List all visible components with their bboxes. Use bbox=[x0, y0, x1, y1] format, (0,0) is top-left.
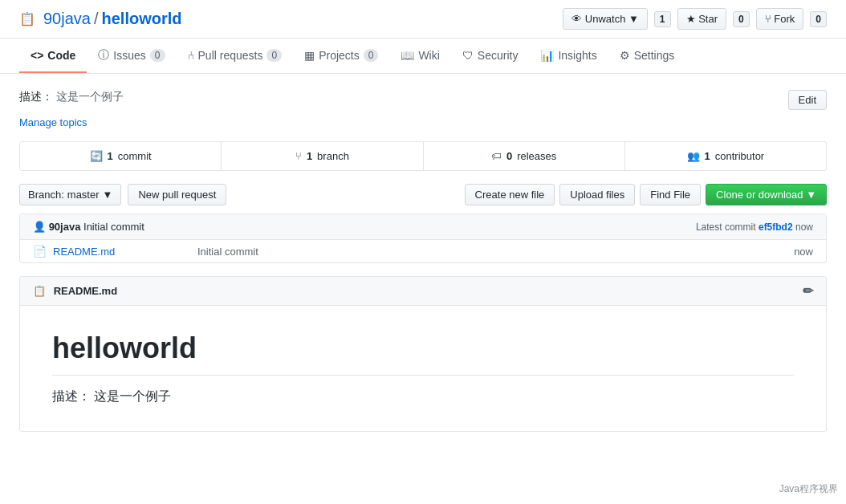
fork-button[interactable]: ⑂ Fork bbox=[756, 8, 804, 30]
readme-desc-label: 描述： bbox=[52, 389, 91, 403]
settings-tab-label: Settings bbox=[634, 49, 675, 62]
insights-tab-icon: 📊 bbox=[540, 49, 554, 62]
commits-count: 1 bbox=[108, 150, 113, 162]
readme-header-title: 📋 README.md bbox=[33, 285, 117, 297]
tab-settings[interactable]: ⚙ Settings bbox=[608, 39, 686, 73]
issues-tab-icon: ⓘ bbox=[98, 48, 109, 63]
header-actions: 👁 Unwatch ▼ 1 ★ Star 0 ⑂ Fork 0 bbox=[563, 8, 827, 30]
tab-security[interactable]: 🛡 Security bbox=[451, 39, 530, 73]
security-tab-label: Security bbox=[478, 49, 519, 62]
settings-tab-icon: ⚙ bbox=[620, 49, 630, 62]
readme-desc-text: 这是一个例子 bbox=[94, 389, 171, 403]
projects-tab-icon: ▦ bbox=[304, 49, 315, 62]
toolbar-right: Create new file Upload files Find File C… bbox=[465, 184, 827, 205]
table-row: 📄 README.md Initial commit now bbox=[20, 240, 826, 262]
releases-icon: 🏷 bbox=[491, 150, 502, 162]
unwatch-button[interactable]: 👁 Unwatch ▼ bbox=[563, 8, 648, 30]
tab-wiki[interactable]: 📖 Wiki bbox=[389, 39, 450, 73]
file-table: 👤 90java Initial commit Latest commit ef… bbox=[19, 213, 827, 263]
commit-header: 👤 90java Initial commit Latest commit ef… bbox=[20, 214, 826, 240]
file-time: now bbox=[765, 246, 813, 258]
insights-tab-label: Insights bbox=[558, 49, 596, 62]
readme-description: 描述： 这是一个例子 bbox=[52, 388, 794, 405]
nav-tabs: <> Code ⓘ Issues 0 ⑃ Pull requests 0 ▦ P… bbox=[0, 39, 846, 74]
unwatch-count: 1 bbox=[654, 11, 671, 27]
wiki-tab-icon: 📖 bbox=[401, 49, 414, 62]
upload-files-button[interactable]: Upload files bbox=[559, 184, 635, 205]
file-commit-msg: Initial commit bbox=[197, 246, 765, 258]
issues-badge: 0 bbox=[150, 49, 165, 62]
new-pull-request-button[interactable]: New pull request bbox=[128, 184, 226, 205]
repo-title: 📋 90java / helloworld bbox=[19, 10, 182, 28]
issues-tab-label: Issues bbox=[113, 49, 145, 62]
toolbar: Branch: master ▼ New pull request Create… bbox=[19, 184, 827, 205]
branch-name: master bbox=[67, 189, 100, 201]
star-button[interactable]: ★ Star bbox=[677, 8, 726, 30]
branches-icon: ⑂ bbox=[295, 150, 302, 162]
star-count: 0 bbox=[733, 11, 750, 27]
commits-icon: 🔄 bbox=[90, 150, 103, 162]
projects-badge: 0 bbox=[364, 49, 379, 62]
latest-commit-label: Latest commit bbox=[696, 222, 756, 233]
tab-projects[interactable]: ▦ Projects 0 bbox=[293, 39, 389, 73]
contributors-label: contributor bbox=[715, 150, 764, 162]
commit-time: now bbox=[795, 222, 813, 233]
edit-readme-button[interactable]: ✏ bbox=[803, 283, 813, 299]
repo-icon: 📋 bbox=[19, 11, 35, 26]
readme-header-icon: 📋 bbox=[33, 285, 46, 297]
tab-pull-requests[interactable]: ⑃ Pull requests 0 bbox=[177, 39, 294, 73]
commit-info: 👤 90java Initial commit bbox=[33, 221, 144, 233]
wiki-tab-label: Wiki bbox=[418, 49, 439, 62]
clone-or-download-button[interactable]: Clone or download ▼ bbox=[706, 184, 827, 205]
commits-label: commit bbox=[118, 150, 152, 162]
commit-hash[interactable]: ef5fbd2 bbox=[759, 222, 793, 233]
readme-content: helloworld 描述： 这是一个例子 bbox=[20, 306, 826, 431]
main-content: 描述： 这是一个例子 Edit Manage topics 🔄 1 commit… bbox=[0, 74, 846, 448]
contributors-stat[interactable]: 👥 1 contributor bbox=[625, 142, 826, 170]
manage-topics-link[interactable]: Manage topics bbox=[19, 116, 827, 128]
repo-name-link[interactable]: helloworld bbox=[102, 10, 182, 28]
branch-label: Branch: bbox=[28, 189, 64, 201]
file-icon: 📄 bbox=[33, 245, 47, 258]
projects-tab-label: Projects bbox=[319, 49, 360, 62]
releases-stat[interactable]: 🏷 0 releases bbox=[424, 142, 625, 170]
readme-filename: README.md bbox=[54, 285, 117, 297]
repo-owner-link[interactable]: 90java bbox=[43, 10, 91, 28]
pr-badge: 0 bbox=[266, 49, 282, 62]
commits-stat[interactable]: 🔄 1 commit bbox=[20, 142, 222, 170]
top-header: 📋 90java / helloworld 👁 Unwatch ▼ 1 ★ St… bbox=[0, 0, 846, 39]
commit-message: Initial commit bbox=[83, 221, 144, 233]
commit-author[interactable]: 90java bbox=[49, 221, 81, 233]
chevron-down-icon: ▼ bbox=[103, 189, 113, 201]
releases-label: releases bbox=[517, 150, 556, 162]
commit-avatar-icon: 👤 bbox=[33, 221, 46, 233]
create-new-file-button[interactable]: Create new file bbox=[465, 184, 555, 205]
releases-count: 0 bbox=[506, 150, 512, 162]
security-tab-icon: 🛡 bbox=[462, 49, 474, 62]
tab-insights[interactable]: 📊 Insights bbox=[529, 39, 608, 73]
title-separator: / bbox=[94, 10, 99, 28]
stats-bar: 🔄 1 commit ⑂ 1 branch 🏷 0 releases 👥 1 c… bbox=[19, 141, 827, 171]
branches-stat[interactable]: ⑂ 1 branch bbox=[222, 142, 423, 170]
tab-issues[interactable]: ⓘ Issues 0 bbox=[87, 39, 176, 74]
branch-selector[interactable]: Branch: master ▼ bbox=[19, 184, 121, 205]
pr-tab-icon: ⑃ bbox=[188, 49, 194, 62]
description-value: 这是一个例子 bbox=[56, 90, 124, 103]
branches-count: 1 bbox=[307, 150, 312, 162]
readme-box: 📋 README.md ✏ helloworld 描述： 这是一个例子 bbox=[19, 276, 827, 432]
description-area: 描述： 这是一个例子 bbox=[19, 90, 124, 104]
toolbar-left: Branch: master ▼ New pull request bbox=[19, 184, 226, 205]
branches-label: branch bbox=[317, 150, 349, 162]
tab-code[interactable]: <> Code bbox=[19, 39, 87, 73]
find-file-button[interactable]: Find File bbox=[640, 184, 701, 205]
code-tab-icon: <> bbox=[31, 49, 43, 62]
edit-description-button[interactable]: Edit bbox=[788, 90, 827, 110]
commit-meta: Latest commit ef5fbd2 now bbox=[696, 222, 813, 233]
file-name-link[interactable]: README.md bbox=[53, 246, 197, 258]
contributors-icon: 👥 bbox=[687, 150, 700, 162]
contributors-count: 1 bbox=[705, 150, 710, 162]
description-label: 描述： bbox=[19, 90, 53, 103]
code-tab-label: Code bbox=[47, 49, 75, 62]
readme-heading: helloworld bbox=[52, 331, 794, 376]
fork-count: 0 bbox=[810, 11, 827, 27]
